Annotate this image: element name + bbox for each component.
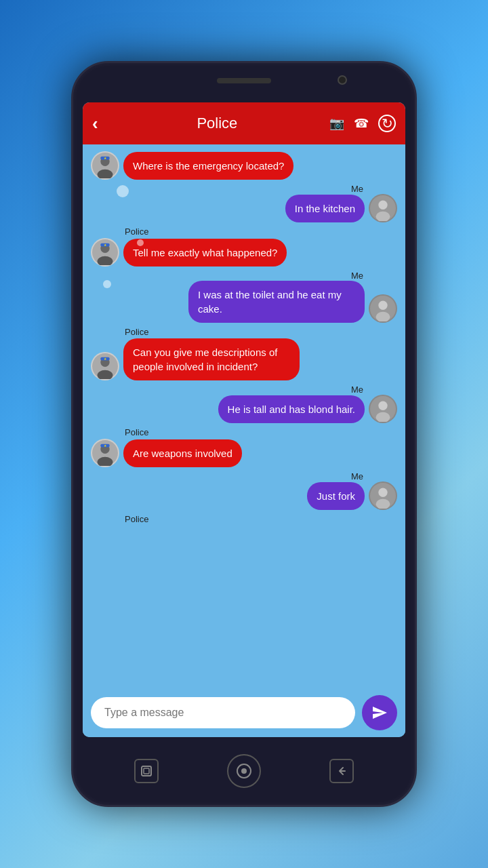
message-group: ★ Where is the emergency located? <box>91 151 397 180</box>
message-bubble: Where is the emergency located? <box>123 152 293 180</box>
user-avatar <box>369 194 397 222</box>
phone-speaker <box>217 78 271 83</box>
user-avatar <box>369 294 397 323</box>
message-group: Police ★ Tell me exactly what happened? <box>91 226 397 267</box>
me-label: Me <box>91 184 363 194</box>
police-label: Police <box>125 327 397 337</box>
message-row: ★ Where is the emergency located? <box>91 151 397 180</box>
user-avatar <box>369 481 397 510</box>
message-group: Me I was at the toilet and he eat my cak… <box>91 271 397 323</box>
message-group: Me Just fork <box>91 471 397 510</box>
message-row: ★ Are weapons involved <box>91 439 397 467</box>
message-row: He is tall and has blond hair. <box>91 395 397 423</box>
svg-rect-32 <box>142 766 151 776</box>
police-label: Police <box>125 226 397 237</box>
message-row: ★ Can you give me descriptions of people… <box>91 338 397 380</box>
decorative-dot <box>117 185 129 197</box>
message-bubble: Can you give me descriptions of people i… <box>123 338 300 380</box>
me-label: Me <box>91 384 363 395</box>
police-label: Police <box>125 427 397 437</box>
svg-point-14 <box>378 301 387 310</box>
message-input[interactable] <box>91 697 355 728</box>
svg-rect-33 <box>144 768 149 774</box>
home-button[interactable] <box>227 754 261 788</box>
header-icons: 📷 ☎ ↻ <box>329 115 396 132</box>
police-avatar: ★ <box>91 352 119 380</box>
message-row: In the kitchen <box>91 194 397 222</box>
message-bubble: I was at the toilet and he eat my cake. <box>188 281 365 323</box>
message-group: Me He is tall and has blond hair. <box>91 384 397 423</box>
phone-icon[interactable]: ☎ <box>354 116 369 131</box>
message-bubble: He is tall and has blond hair. <box>218 395 365 423</box>
refresh-icon[interactable]: ↻ <box>378 115 396 132</box>
phone-camera <box>338 75 347 85</box>
decorative-dot <box>103 280 111 288</box>
decorative-dot <box>137 239 144 246</box>
police-avatar: ★ <box>91 439 119 467</box>
svg-point-30 <box>378 488 387 497</box>
message-bubble: Tell me exactly what happened? <box>123 239 287 267</box>
chat-area: ★ Where is the emergency located? Me In … <box>83 144 405 688</box>
message-bubble: Are weapons involved <box>123 439 242 467</box>
me-label: Me <box>91 271 363 281</box>
svg-point-35 <box>241 768 247 774</box>
svg-point-22 <box>378 401 387 410</box>
message-bubble: In the kitchen <box>285 195 365 222</box>
message-row: Just fork <box>91 481 397 510</box>
message-group: Me In the kitchen <box>91 184 397 222</box>
message-bubble: Just fork <box>307 482 365 510</box>
police-avatar: ★ <box>91 151 119 180</box>
user-avatar <box>369 395 397 423</box>
send-button[interactable] <box>362 695 397 730</box>
chat-title: Police <box>105 115 329 132</box>
message-group: Police <box>91 514 397 526</box>
chat-header: ‹ Police 📷 ☎ ↻ <box>83 102 405 144</box>
back-nav-button[interactable] <box>329 759 354 783</box>
video-camera-icon[interactable]: 📷 <box>329 116 344 131</box>
phone-screen: ‹ Police 📷 ☎ ↻ <box>83 102 405 737</box>
message-group: Police ★ Are weapons involved <box>91 427 397 467</box>
back-button[interactable]: ‹ <box>92 113 98 134</box>
me-label: Me <box>91 471 363 481</box>
police-label: Police <box>125 514 397 524</box>
phone-bottom-nav <box>73 737 415 805</box>
phone-frame: ‹ Police 📷 ☎ ↻ <box>71 61 417 807</box>
message-row: I was at the toilet and he eat my cake. <box>91 281 397 323</box>
police-avatar: ★ <box>91 238 119 267</box>
svg-point-6 <box>378 201 387 210</box>
message-group: Police ★ Can you give me descriptions of… <box>91 327 397 380</box>
input-bar <box>83 688 405 737</box>
recent-apps-button[interactable] <box>134 759 159 783</box>
